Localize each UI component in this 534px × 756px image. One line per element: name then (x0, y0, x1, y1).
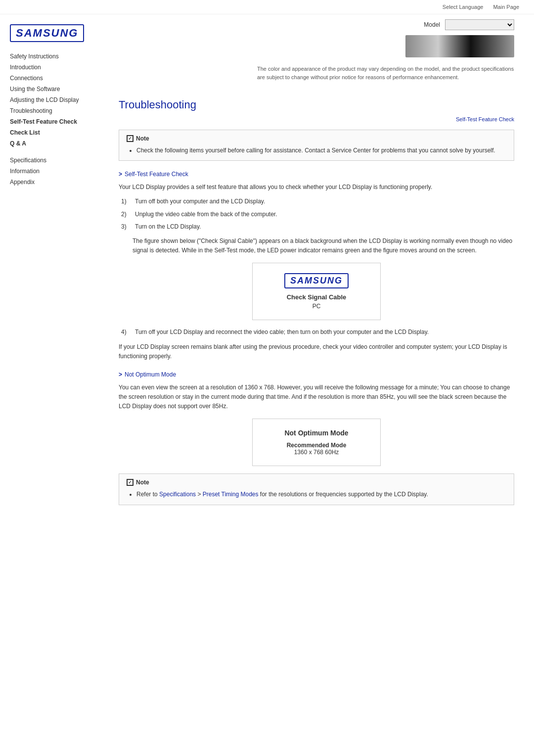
sidebar-item-safety[interactable]: Safety Instructions (10, 52, 109, 61)
sidebar-item-adjusting[interactable]: Adjusting the LCD Display (10, 95, 109, 104)
step-3-text: Turn on the LCD Display. (135, 222, 201, 232)
sidebar-item-qa[interactable]: Q & A (10, 139, 109, 148)
signal-cable-box: SAMSUNG Check Signal Cable PC (252, 263, 381, 320)
sidebar-item-software[interactable]: Using the Software (10, 85, 109, 94)
signal-box-sub: PC (260, 303, 373, 310)
note2-sep: > (196, 491, 203, 498)
step-3-detail: The figure shown below ("Check Signal Ca… (119, 236, 514, 255)
sidebar-navigation: Safety Instructions Introduction Connect… (10, 52, 109, 187)
note-icon-2: ✓ (127, 479, 134, 486)
section-link-bar: Self-Test Feature Check (119, 116, 514, 122)
note-header-1: ✓ Note (127, 135, 506, 142)
preset-timing-link[interactable]: Preset Timing Modes (203, 491, 259, 498)
step-3-num: 3) (121, 222, 131, 232)
samsung-logo-sidebar: SAMSUNG (10, 24, 109, 42)
note-label-1: Note (136, 135, 149, 142)
model-select[interactable] (445, 19, 514, 30)
note2-suffix: for the resolutions or frequencies suppo… (258, 491, 428, 498)
sidebar-item-introduction[interactable]: Introduction (10, 63, 109, 72)
not-optimum-intro: You can even view the screen at a resolu… (119, 383, 514, 412)
sidebar-item-self-test[interactable]: Self-Test Feature Check (10, 117, 109, 126)
self-test-heading[interactable]: Self-Test Feature Check (119, 171, 514, 178)
disclaimer-text: The color and appearance of the product … (257, 65, 514, 81)
note-header-2: ✓ Note (127, 479, 506, 486)
product-image-container (405, 35, 514, 62)
self-test-link-top[interactable]: Self-Test Feature Check (456, 116, 514, 122)
step-4-num: 4) (121, 328, 131, 337)
step-4: 4) Turn off your LCD Display and reconne… (121, 328, 514, 337)
step-1-num: 1) (121, 197, 131, 206)
model-label: Model (424, 21, 440, 28)
sidebar-item-connections[interactable]: Connections (10, 74, 109, 83)
step-3: 3) Turn on the LCD Display. (121, 222, 514, 232)
optimum-box: Not Optimum Mode Recommended Mode 1360 x… (252, 419, 381, 466)
select-language-link[interactable]: Select Language (443, 4, 484, 10)
not-optimum-heading-text: Not Optimum Mode (125, 371, 176, 378)
note2-prefix: Refer to (136, 491, 159, 498)
main-page-link[interactable]: Main Page (493, 4, 519, 10)
sidebar-item-information[interactable]: Information (10, 167, 109, 176)
signal-samsung-logo: SAMSUNG (284, 273, 349, 288)
self-test-intro: Your LCD Display provides a self test fe… (119, 183, 514, 192)
note-content-1: Check the following items yourself befor… (127, 146, 506, 155)
model-section: Model (424, 19, 514, 30)
sidebar-item-appendix[interactable]: Appendix (10, 178, 109, 187)
note-box-2: ✓ Note Refer to Specifications > Preset … (119, 473, 514, 505)
optimum-sub: Recommended Mode (260, 442, 373, 449)
note-box-1: ✓ Note Check the following items yoursel… (119, 130, 514, 161)
sidebar-item-check-list[interactable]: Check List (10, 128, 109, 137)
self-test-steps: 1) Turn off both your computer and the L… (119, 197, 514, 232)
page-title: Troubleshooting (119, 98, 514, 111)
specs-link[interactable]: Specifications (159, 491, 196, 498)
self-test-footer: If your LCD Display screen remains blank… (119, 342, 514, 361)
sidebar-item-specifications[interactable]: Specifications (10, 156, 109, 165)
step-2: 2) Unplug the video cable from the back … (121, 210, 514, 219)
self-test-heading-text: Self-Test Feature Check (125, 171, 188, 178)
top-right-area: Model The color and appearance of the pr… (119, 19, 514, 89)
sidebar: SAMSUNG Safety Instructions Introduction… (10, 19, 109, 513)
note-item-2: Refer to Specifications > Preset Timing … (136, 490, 506, 499)
step-2-text: Unplug the video cable from the back of … (135, 210, 277, 219)
main-content: Model The color and appearance of the pr… (109, 19, 524, 513)
optimum-title: Not Optimum Mode (260, 429, 373, 437)
note-item-1: Check the following items yourself befor… (136, 146, 506, 155)
step-4-list: 4) Turn off your LCD Display and reconne… (119, 328, 514, 337)
step-2-num: 2) (121, 210, 131, 219)
sidebar-item-troubleshooting[interactable]: Troubleshooting (10, 106, 109, 115)
step-1-text: Turn off both your computer and the LCD … (135, 197, 265, 206)
note-content-2: Refer to Specifications > Preset Timing … (127, 490, 506, 499)
product-image (405, 35, 514, 57)
note-icon-1: ✓ (127, 135, 134, 142)
step-1: 1) Turn off both your computer and the L… (121, 197, 514, 206)
not-optimum-heading[interactable]: Not Optimum Mode (119, 371, 514, 378)
step-4-text: Turn off your LCD Display and reconnect … (135, 328, 429, 337)
note-label-2: Note (136, 479, 149, 486)
signal-box-title: Check Signal Cable (260, 293, 373, 301)
optimum-mode: 1360 x 768 60Hz (260, 449, 373, 456)
